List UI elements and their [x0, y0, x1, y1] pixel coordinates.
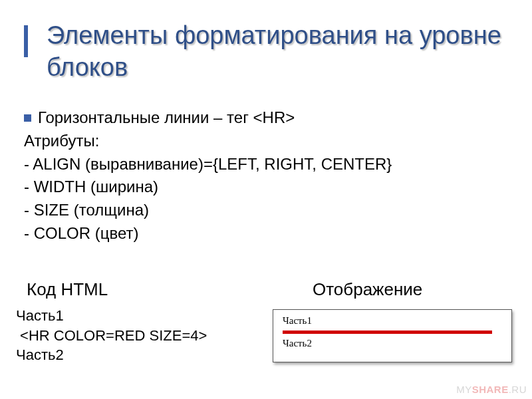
- attr-color: COLOR (цвет): [24, 222, 509, 245]
- code-column-label: Код HTML: [27, 279, 313, 300]
- watermark-suffix: .RU: [509, 384, 527, 395]
- attr-width: WIDTH (ширина): [24, 176, 509, 199]
- rendered-part2: Часть2: [283, 338, 503, 349]
- attr-align: ALIGN (выравнивание)={LEFT, RIGHT, CENTE…: [24, 153, 509, 176]
- title-accent-bar: [24, 25, 28, 57]
- rendered-part1: Часть1: [283, 315, 503, 327]
- watermark: MYSHARE.RU: [456, 384, 527, 395]
- html-code-example: Часть1 <HR COLOR=RED SIZE=4> Часть2: [16, 306, 207, 365]
- display-column-label: Отображение: [313, 279, 512, 300]
- columns-header: Код HTML Отображение: [27, 279, 512, 300]
- attributes-label: Атрибуты:: [24, 130, 509, 153]
- code-line-3: Часть2: [16, 346, 64, 363]
- square-bullet-icon: [24, 114, 31, 122]
- slide-content: Горизонтальные линии – тег <HR> Атрибуты…: [24, 106, 509, 245]
- rendered-output-box: Часть1 Часть2: [273, 309, 512, 362]
- rendered-hr: [283, 331, 492, 334]
- bullet-hr-text: Горизонтальные линии – тег <HR>: [38, 106, 295, 130]
- watermark-right: SHARE: [472, 384, 509, 395]
- watermark-left: MY: [456, 384, 472, 395]
- code-line-2: <HR COLOR=RED SIZE=4>: [16, 327, 207, 344]
- slide-title: Элементы форматирования на уровне блоков: [47, 20, 512, 83]
- code-line-1: Часть1: [16, 307, 64, 324]
- bullet-hr-tag: Горизонтальные линии – тег <HR>: [24, 106, 509, 130]
- attr-size: SIZE (толщина): [24, 199, 509, 222]
